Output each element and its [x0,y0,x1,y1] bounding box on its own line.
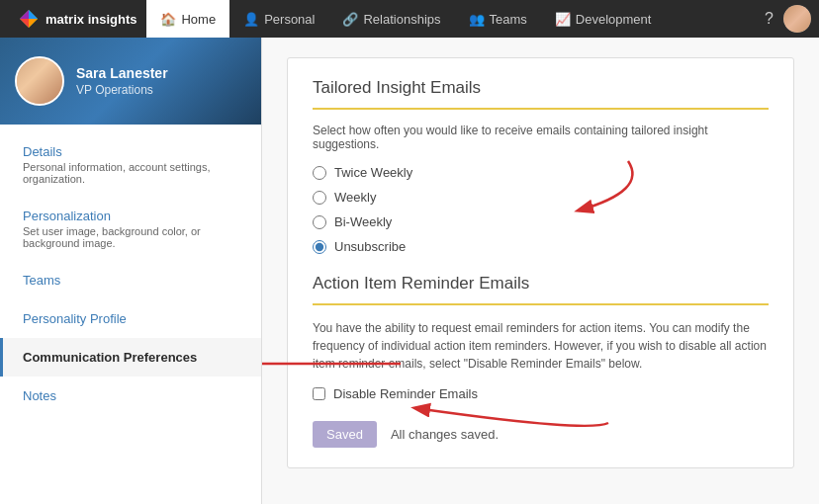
sidebar-item-personality-profile[interactable]: Personality Profile [0,299,261,338]
option-twice-weekly[interactable]: Twice Weekly [313,165,769,180]
radio-weekly[interactable] [313,191,326,205]
nav-home[interactable]: 🏠 Home [146,0,229,38]
option-weekly[interactable]: Weekly [313,190,769,205]
action-section-title: Action Item Reminder Emails [313,274,769,294]
email-frequency-options: Twice Weekly Weekly Bi-Weekly Unsubscrib… [313,165,769,254]
user-avatar[interactable] [783,5,811,33]
teams-icon: 👥 [469,12,485,27]
home-icon: 🏠 [160,12,176,27]
option-bi-weekly[interactable]: Bi-Weekly [313,214,769,229]
sidebar-item-details-link[interactable]: Details [23,144,241,159]
nav-home-label: Home [181,12,216,27]
radio-bi-weekly[interactable] [313,215,326,229]
help-icon[interactable]: ? [755,10,783,28]
footer-bar: Saved All changes saved. [313,421,769,448]
nav-teams[interactable]: 👥 Teams [455,0,541,38]
option-unsubscribe-label: Unsubscribe [334,239,406,254]
disable-reminder-checkbox[interactable] [313,387,325,400]
radio-unsubscribe[interactable] [313,240,326,254]
action-reminder-section: Action Item Reminder Emails You have the… [313,274,769,401]
sidebar-profile: Sara Lanester VP Operations [0,38,261,125]
section2-divider [313,303,769,305]
tailored-emails-section: Tailored Insight Emails Select how often… [313,78,769,254]
action-section-desc: You have the ability to request email re… [313,319,769,373]
tailored-section-title: Tailored Insight Emails [313,78,769,98]
sidebar-item-communication-link[interactable]: Communication Preferences [23,350,241,365]
svg-marker-1 [29,10,38,19]
option-twice-weekly-label: Twice Weekly [334,165,412,180]
brand-logo-area[interactable]: matrix insights [8,8,146,30]
nav-personal-label: Personal [264,12,315,27]
nav-development[interactable]: 📈 Development [541,0,666,38]
main-layout: Sara Lanester VP Operations Details Pers… [0,38,819,504]
brand-logo-icon [18,8,40,30]
sidebar-item-personalization-subtitle: Set user image, background color, or bac… [23,225,241,249]
sidebar-item-personalization[interactable]: Personalization Set user image, backgrou… [0,197,261,261]
sidebar-item-teams-link[interactable]: Teams [23,273,241,288]
avatar-image [783,5,811,33]
nav-relationships-label: Relationships [363,12,440,27]
sidebar-item-personalization-link[interactable]: Personalization [23,209,241,223]
nav-relationships[interactable]: 🔗 Relationships [328,0,454,38]
sidebar-item-notes[interactable]: Notes [0,377,261,415]
tailored-section-desc: Select how often you would like to recei… [313,124,769,151]
relationships-icon: 🔗 [342,12,358,27]
sidebar: Sara Lanester VP Operations Details Pers… [0,38,262,504]
profile-name: Sara Lanester [76,65,168,81]
sidebar-item-teams[interactable]: Teams [0,261,261,299]
option-weekly-label: Weekly [334,190,376,205]
profile-avatar [15,56,64,106]
nav-teams-label: Teams [490,12,527,27]
nav-development-label: Development [576,12,652,27]
svg-marker-4 [20,10,29,19]
sidebar-item-communication-preferences[interactable]: Communication Preferences [0,338,261,377]
personal-icon: 👤 [243,12,259,27]
sidebar-item-details[interactable]: Details Personal information, account se… [0,132,261,197]
sidebar-nav: Details Personal information, account se… [0,125,261,423]
nav-personal[interactable]: 👤 Personal [229,0,328,38]
sidebar-item-details-subtitle: Personal information, account settings, … [23,161,241,185]
disable-reminder-checkbox-item[interactable]: Disable Reminder Emails [313,386,769,401]
profile-info: Sara Lanester VP Operations [76,65,168,97]
option-unsubscribe[interactable]: Unsubscribe [313,239,769,254]
svg-marker-3 [20,19,29,28]
top-navigation: matrix insights 🏠 Home 👤 Personal 🔗 Rela… [0,0,819,38]
section1-divider [313,108,769,110]
option-bi-weekly-label: Bi-Weekly [334,214,392,229]
saved-button[interactable]: Saved [313,421,377,448]
sidebar-item-notes-link[interactable]: Notes [23,388,241,403]
profile-title: VP Operations [76,83,168,97]
avatar-image [17,56,62,106]
main-panel: Tailored Insight Emails Select how often… [287,57,794,468]
content-area: Tailored Insight Emails Select how often… [262,38,819,504]
radio-twice-weekly[interactable] [313,166,326,180]
saved-text: All changes saved. [391,427,499,442]
development-icon: 📈 [555,12,571,27]
sidebar-item-personality-link[interactable]: Personality Profile [23,311,241,326]
disable-reminder-label: Disable Reminder Emails [333,386,478,401]
brand-name: matrix insights [46,12,136,27]
svg-marker-2 [29,19,38,28]
